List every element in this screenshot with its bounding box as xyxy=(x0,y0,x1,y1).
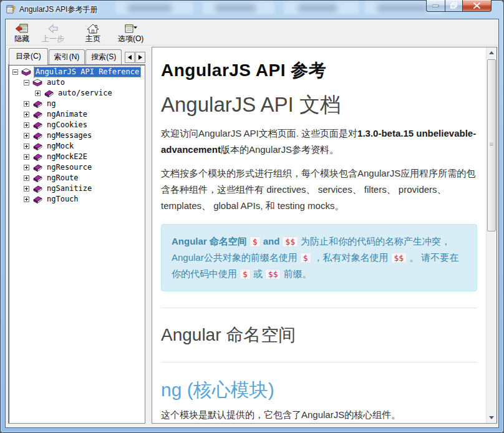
tree-indent xyxy=(9,167,24,168)
code-double-dollar: $$ xyxy=(265,269,281,280)
tree-item-ngsanitize[interactable]: ngSanitize xyxy=(9,183,145,194)
background-tab-text-blur xyxy=(298,4,337,12)
back-button[interactable]: 上一步 xyxy=(36,21,70,45)
expand-icon[interactable] xyxy=(24,144,29,149)
expand-icon[interactable] xyxy=(24,133,29,139)
tree-item-label: ngTouch xyxy=(46,195,80,204)
tree-indent xyxy=(9,82,24,83)
close-button[interactable] xyxy=(463,0,492,12)
options-button[interactable]: 选项(O) xyxy=(112,21,150,45)
scroll-up-button[interactable] xyxy=(487,47,497,58)
window-controls xyxy=(426,0,492,12)
tree-item-ngmock[interactable]: ngMock xyxy=(9,141,145,152)
tree-item-ng[interactable]: ng xyxy=(9,99,145,109)
book-closed-icon xyxy=(32,121,42,129)
restore-icon xyxy=(450,2,457,9)
tab-index-label: 索引(N) xyxy=(54,52,80,61)
options-icon xyxy=(124,24,138,34)
tree-item-ngmessages[interactable]: ngMessages xyxy=(9,130,145,141)
minimize-button[interactable] xyxy=(426,0,445,12)
chevron-right-icon xyxy=(138,55,142,60)
intro-text: 欢迎访问AngularJS API文档页面. 这些页面是对 xyxy=(161,128,357,139)
expand-icon[interactable] xyxy=(24,154,29,160)
namespace-section-heading: Angular 命名空间 xyxy=(161,323,477,347)
tree-indent xyxy=(9,93,35,94)
expand-icon[interactable] xyxy=(35,90,41,96)
tree-indent xyxy=(9,157,24,157)
tree-item-auto[interactable]: auto xyxy=(9,77,145,88)
tab-index[interactable]: 索引(N) xyxy=(49,49,85,64)
book-closed-icon xyxy=(32,153,42,161)
book-open-icon xyxy=(32,79,42,87)
back-arrow-icon xyxy=(47,24,59,34)
tab-contents[interactable]: 目录(C) xyxy=(9,48,48,65)
book-closed-icon xyxy=(32,185,42,193)
chm-help-icon: ? xyxy=(6,4,16,14)
page-subtitle: AngularJS API 文档 xyxy=(161,91,477,119)
scrollbar-thumb[interactable] xyxy=(487,59,496,231)
expand-icon[interactable] xyxy=(24,186,29,192)
expand-icon[interactable] xyxy=(24,165,29,170)
title-bar[interactable]: ? AngularJS API参考手册 xyxy=(0,0,504,19)
tree-item-label: ngRoute xyxy=(46,173,80,183)
expand-icon[interactable] xyxy=(24,197,29,202)
tab-search[interactable]: 搜索(S) xyxy=(85,49,122,64)
tree-item-label: ngCookies xyxy=(46,120,89,130)
nav-tabbar: 目录(C) 索引(N) 搜索(S) xyxy=(7,47,147,64)
infobox-text: Angular 命名空间 xyxy=(172,236,247,246)
expand-icon[interactable] xyxy=(24,122,29,128)
home-button[interactable]: 主页 xyxy=(79,21,107,45)
page-title: AngularJS API 参考 xyxy=(161,59,477,82)
hide-button[interactable]: 隐藏 xyxy=(8,21,36,45)
infobox-text: and xyxy=(263,236,280,246)
tree-item-ngresource[interactable]: ngResource xyxy=(9,162,145,173)
tab-scroll-left-button[interactable] xyxy=(125,52,135,63)
client-area: 隐藏 上一步 主页 xyxy=(5,19,499,428)
expand-icon[interactable] xyxy=(24,101,29,107)
scroll-down-button[interactable] xyxy=(487,412,497,423)
svg-text:?: ? xyxy=(11,5,16,14)
tree-indent xyxy=(9,199,24,200)
tree-indent xyxy=(9,104,24,104)
tree-item-nganimate[interactable]: ngAnimate xyxy=(9,109,145,120)
tree-item-label: ngMockE2E xyxy=(46,152,89,162)
tree-item-auto-service[interactable]: auto/service xyxy=(9,88,145,99)
tree-indent xyxy=(9,114,24,115)
book-closed-icon xyxy=(32,163,42,172)
ng-module-heading[interactable]: ng (核心模块) xyxy=(161,377,477,403)
book-closed-icon xyxy=(32,132,42,140)
tab-search-label: 搜索(S) xyxy=(91,52,116,61)
background-tab-text-blur xyxy=(128,4,172,12)
modules-paragraph: 文档按多个模块的形式进行组织，每个模块包含AngularJS应用程序所需的包含各… xyxy=(161,165,477,214)
tree-item-ngtouch[interactable]: ngTouch xyxy=(9,194,145,205)
book-closed-icon xyxy=(32,174,42,182)
code-dollar: $ xyxy=(250,236,261,247)
book-closed-icon xyxy=(32,100,42,108)
tree-item-label: ngResource xyxy=(46,163,93,172)
tab-scroll-right-button[interactable] xyxy=(135,52,145,63)
tree-item-label: ngAnimate xyxy=(46,110,89,119)
collapse-icon[interactable] xyxy=(24,80,29,85)
restore-button[interactable] xyxy=(445,0,463,12)
scrollbar-grip xyxy=(490,143,493,147)
panel-splitter[interactable] xyxy=(147,47,152,424)
back-button-label: 上一步 xyxy=(42,34,64,43)
toolbar: 隐藏 上一步 主页 xyxy=(6,19,498,46)
contents-tree: AngularJS API Reference auto xyxy=(8,64,145,424)
content-scrollbar[interactable] xyxy=(486,47,497,423)
tree-item-ngmocke2e[interactable]: ngMockE2E xyxy=(9,152,145,162)
background-tab-text-blur xyxy=(377,4,427,12)
collapse-icon[interactable] xyxy=(12,69,18,75)
book-closed-icon xyxy=(32,142,42,150)
scroll-down-icon xyxy=(489,416,494,419)
expand-icon[interactable] xyxy=(24,112,29,117)
hide-button-label: 隐藏 xyxy=(14,34,29,43)
tree-item-angularjs-api-reference[interactable]: AngularJS API Reference xyxy=(9,67,145,77)
tree-item-ngroute[interactable]: ngRoute xyxy=(9,173,145,183)
tree-item-ngcookies[interactable]: ngCookies xyxy=(9,120,145,130)
expand-icon[interactable] xyxy=(24,175,29,181)
document-page: AngularJS API 参考 AngularJS API 文档 欢迎访问An… xyxy=(152,47,486,423)
tree-indent xyxy=(9,146,24,147)
chevron-left-icon xyxy=(128,55,132,60)
main-row: 目录(C) 索引(N) 搜索(S) xyxy=(6,46,498,427)
